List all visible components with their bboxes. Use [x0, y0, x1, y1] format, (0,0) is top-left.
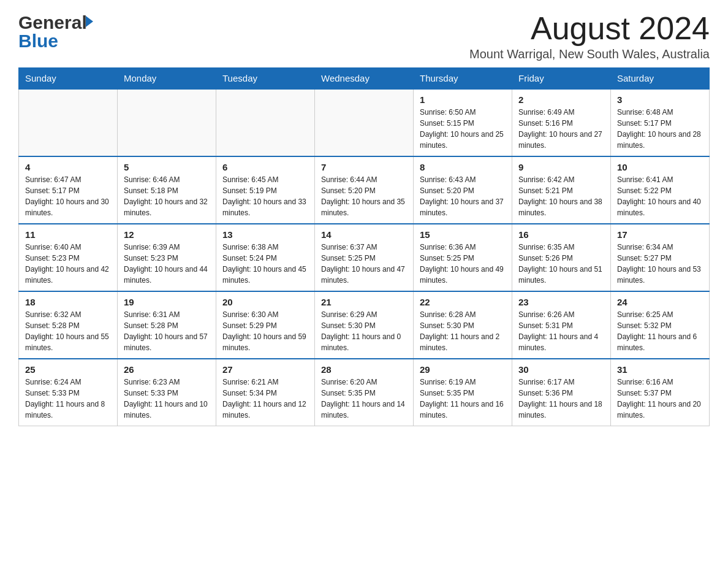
- calendar-cell: 5Sunrise: 6:46 AM Sunset: 5:18 PM Daylig…: [118, 156, 216, 224]
- calendar-cell: 6Sunrise: 6:45 AM Sunset: 5:19 PM Daylig…: [216, 156, 315, 224]
- day-number: 21: [321, 297, 407, 307]
- day-number: 12: [124, 229, 210, 240]
- day-number: 5: [124, 162, 210, 172]
- day-info: Sunrise: 6:35 AM Sunset: 5:26 PM Dayligh…: [518, 242, 604, 286]
- day-info: Sunrise: 6:44 AM Sunset: 5:20 PM Dayligh…: [321, 174, 407, 218]
- day-number: 3: [617, 94, 703, 105]
- month-title: August 2024: [469, 12, 710, 44]
- calendar-cell: 18Sunrise: 6:32 AM Sunset: 5:28 PM Dayli…: [19, 291, 118, 359]
- calendar-cell: 3Sunrise: 6:48 AM Sunset: 5:17 PM Daylig…: [611, 89, 710, 156]
- day-number: 30: [518, 364, 604, 375]
- day-info: Sunrise: 6:16 AM Sunset: 5:37 PM Dayligh…: [617, 377, 703, 421]
- calendar-cell: [19, 89, 118, 156]
- calendar-cell: 13Sunrise: 6:38 AM Sunset: 5:24 PM Dayli…: [216, 224, 315, 291]
- calendar-header-wednesday: Wednesday: [315, 68, 414, 90]
- calendar-cell: 16Sunrise: 6:35 AM Sunset: 5:26 PM Dayli…: [512, 224, 611, 291]
- calendar-week-2: 4Sunrise: 6:47 AM Sunset: 5:17 PM Daylig…: [19, 156, 710, 224]
- calendar-cell: 2Sunrise: 6:49 AM Sunset: 5:16 PM Daylig…: [512, 89, 611, 156]
- day-number: 28: [321, 364, 407, 375]
- calendar-cell: 19Sunrise: 6:31 AM Sunset: 5:28 PM Dayli…: [118, 291, 216, 359]
- calendar-cell: 20Sunrise: 6:30 AM Sunset: 5:29 PM Dayli…: [216, 291, 315, 359]
- title-area: August 2024 Mount Warrigal, New South Wa…: [469, 12, 710, 61]
- calendar: SundayMondayTuesdayWednesdayThursdayFrid…: [18, 67, 710, 426]
- day-info: Sunrise: 6:39 AM Sunset: 5:23 PM Dayligh…: [124, 242, 210, 286]
- calendar-cell: 30Sunrise: 6:17 AM Sunset: 5:36 PM Dayli…: [512, 359, 611, 426]
- calendar-cell: 24Sunrise: 6:25 AM Sunset: 5:32 PM Dayli…: [611, 291, 710, 359]
- calendar-cell: 29Sunrise: 6:19 AM Sunset: 5:35 PM Dayli…: [414, 359, 512, 426]
- day-number: 20: [222, 297, 308, 307]
- day-info: Sunrise: 6:28 AM Sunset: 5:30 PM Dayligh…: [420, 309, 506, 353]
- day-number: 16: [518, 229, 604, 240]
- day-info: Sunrise: 6:29 AM Sunset: 5:30 PM Dayligh…: [321, 309, 407, 353]
- day-number: 19: [124, 297, 210, 307]
- calendar-header-sunday: Sunday: [19, 68, 118, 90]
- day-info: Sunrise: 6:34 AM Sunset: 5:27 PM Dayligh…: [617, 242, 703, 286]
- calendar-header-saturday: Saturday: [611, 68, 710, 90]
- day-number: 8: [420, 162, 506, 172]
- calendar-cell: 4Sunrise: 6:47 AM Sunset: 5:17 PM Daylig…: [19, 156, 118, 224]
- day-info: Sunrise: 6:25 AM Sunset: 5:32 PM Dayligh…: [617, 309, 703, 353]
- calendar-header-tuesday: Tuesday: [216, 68, 315, 90]
- calendar-cell: 7Sunrise: 6:44 AM Sunset: 5:20 PM Daylig…: [315, 156, 414, 224]
- day-number: 2: [518, 94, 604, 105]
- day-number: 23: [518, 297, 604, 307]
- calendar-header-row: SundayMondayTuesdayWednesdayThursdayFrid…: [19, 68, 710, 90]
- day-info: Sunrise: 6:43 AM Sunset: 5:20 PM Dayligh…: [420, 174, 506, 218]
- calendar-cell: [216, 89, 315, 156]
- day-number: 22: [420, 297, 506, 307]
- day-number: 17: [617, 229, 703, 240]
- calendar-cell: 21Sunrise: 6:29 AM Sunset: 5:30 PM Dayli…: [315, 291, 414, 359]
- day-info: Sunrise: 6:32 AM Sunset: 5:28 PM Dayligh…: [25, 309, 111, 353]
- calendar-cell: 25Sunrise: 6:24 AM Sunset: 5:33 PM Dayli…: [19, 359, 118, 426]
- day-info: Sunrise: 6:37 AM Sunset: 5:25 PM Dayligh…: [321, 242, 407, 286]
- calendar-cell: 22Sunrise: 6:28 AM Sunset: 5:30 PM Dayli…: [414, 291, 512, 359]
- calendar-cell: 23Sunrise: 6:26 AM Sunset: 5:31 PM Dayli…: [512, 291, 611, 359]
- calendar-cell: 9Sunrise: 6:42 AM Sunset: 5:21 PM Daylig…: [512, 156, 611, 224]
- day-info: Sunrise: 6:48 AM Sunset: 5:17 PM Dayligh…: [617, 107, 703, 151]
- logo-general-text: General: [18, 12, 87, 33]
- day-info: Sunrise: 6:42 AM Sunset: 5:21 PM Dayligh…: [518, 174, 604, 218]
- day-number: 13: [222, 229, 308, 240]
- calendar-header-friday: Friday: [512, 68, 611, 90]
- day-info: Sunrise: 6:50 AM Sunset: 5:15 PM Dayligh…: [420, 107, 506, 151]
- day-info: Sunrise: 6:38 AM Sunset: 5:24 PM Dayligh…: [222, 242, 308, 286]
- day-number: 31: [617, 364, 703, 375]
- day-number: 7: [321, 162, 407, 172]
- day-info: Sunrise: 6:41 AM Sunset: 5:22 PM Dayligh…: [617, 174, 703, 218]
- calendar-cell: 11Sunrise: 6:40 AM Sunset: 5:23 PM Dayli…: [19, 224, 118, 291]
- day-number: 1: [420, 94, 506, 105]
- day-number: 6: [222, 162, 308, 172]
- calendar-cell: [118, 89, 216, 156]
- day-number: 27: [222, 364, 308, 375]
- day-info: Sunrise: 6:30 AM Sunset: 5:29 PM Dayligh…: [222, 309, 308, 353]
- location-title: Mount Warrigal, New South Wales, Austral…: [469, 47, 710, 61]
- day-number: 11: [25, 229, 111, 240]
- logo-arrow-icon: [86, 16, 93, 27]
- header: General Blue August 2024 Mount Warrigal,…: [18, 12, 710, 61]
- day-info: Sunrise: 6:45 AM Sunset: 5:19 PM Dayligh…: [222, 174, 308, 218]
- day-info: Sunrise: 6:36 AM Sunset: 5:25 PM Dayligh…: [420, 242, 506, 286]
- day-info: Sunrise: 6:24 AM Sunset: 5:33 PM Dayligh…: [25, 377, 111, 421]
- calendar-cell: 27Sunrise: 6:21 AM Sunset: 5:34 PM Dayli…: [216, 359, 315, 426]
- day-number: 26: [124, 364, 210, 375]
- calendar-cell: 12Sunrise: 6:39 AM Sunset: 5:23 PM Dayli…: [118, 224, 216, 291]
- day-info: Sunrise: 6:23 AM Sunset: 5:33 PM Dayligh…: [124, 377, 210, 421]
- calendar-cell: 31Sunrise: 6:16 AM Sunset: 5:37 PM Dayli…: [611, 359, 710, 426]
- day-info: Sunrise: 6:26 AM Sunset: 5:31 PM Dayligh…: [518, 309, 604, 353]
- calendar-week-1: 1Sunrise: 6:50 AM Sunset: 5:15 PM Daylig…: [19, 89, 710, 156]
- calendar-header-thursday: Thursday: [414, 68, 512, 90]
- day-info: Sunrise: 6:20 AM Sunset: 5:35 PM Dayligh…: [321, 377, 407, 421]
- day-info: Sunrise: 6:40 AM Sunset: 5:23 PM Dayligh…: [25, 242, 111, 286]
- calendar-cell: [315, 89, 414, 156]
- calendar-week-5: 25Sunrise: 6:24 AM Sunset: 5:33 PM Dayli…: [19, 359, 710, 426]
- calendar-cell: 1Sunrise: 6:50 AM Sunset: 5:15 PM Daylig…: [414, 89, 512, 156]
- calendar-cell: 17Sunrise: 6:34 AM Sunset: 5:27 PM Dayli…: [611, 224, 710, 291]
- day-info: Sunrise: 6:17 AM Sunset: 5:36 PM Dayligh…: [518, 377, 604, 421]
- day-info: Sunrise: 6:47 AM Sunset: 5:17 PM Dayligh…: [25, 174, 111, 218]
- calendar-header-monday: Monday: [118, 68, 216, 90]
- day-number: 4: [25, 162, 111, 172]
- day-number: 10: [617, 162, 703, 172]
- calendar-cell: 10Sunrise: 6:41 AM Sunset: 5:22 PM Dayli…: [611, 156, 710, 224]
- calendar-week-4: 18Sunrise: 6:32 AM Sunset: 5:28 PM Dayli…: [19, 291, 710, 359]
- calendar-cell: 8Sunrise: 6:43 AM Sunset: 5:20 PM Daylig…: [414, 156, 512, 224]
